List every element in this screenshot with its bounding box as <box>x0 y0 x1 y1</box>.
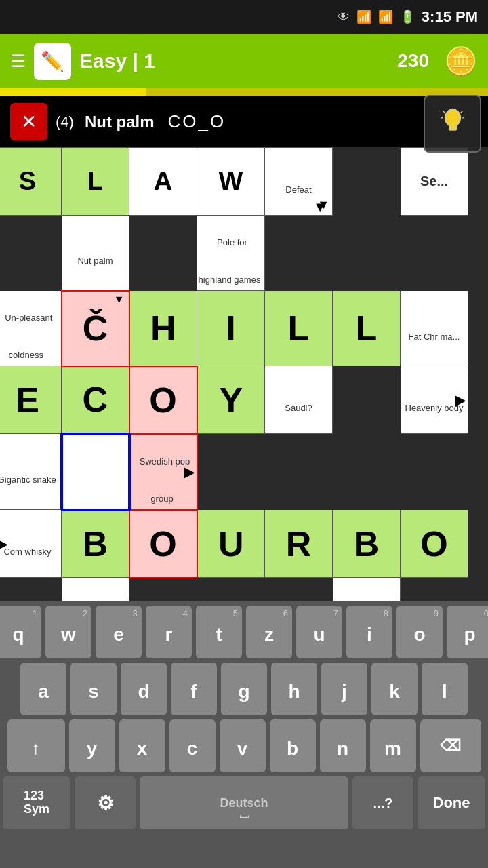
done-key[interactable]: Done <box>418 776 485 829</box>
key-x[interactable]: x <box>119 719 165 772</box>
key-l[interactable]: l <box>422 663 468 715</box>
arrow-right-icon2: ▶ <box>184 464 194 480</box>
key-p[interactable]: 0 p <box>447 606 488 658</box>
key-e[interactable]: 3 e <box>96 606 142 658</box>
grid-cell-O[interactable]: O <box>129 366 197 434</box>
key-d[interactable]: d <box>121 663 167 715</box>
backspace-key[interactable]: ⌫ <box>420 719 481 772</box>
key-q[interactable]: 1 q <box>0 606 41 658</box>
grid-cell-O3[interactable]: O <box>401 510 468 578</box>
grid-cell-I[interactable]: I <box>197 291 265 366</box>
hint-button[interactable] <box>424 95 481 153</box>
gigantic-snake-clue: Gigantic snake <box>0 472 59 488</box>
key-w[interactable]: 2 w <box>45 606 92 658</box>
svg-line-4 <box>443 111 445 113</box>
grid-cell-jam[interactable]: Jam... ▶ <box>333 578 401 602</box>
key-o[interactable]: 9 o <box>396 606 443 658</box>
grid-cell-B[interactable]: B <box>62 510 129 578</box>
key-t[interactable]: 5 t <box>196 606 242 658</box>
key-c[interactable]: c <box>169 719 216 772</box>
grid-cell-nutpalm[interactable]: Nut palm <box>62 216 129 291</box>
keyboard: 1 q 2 w 3 e 4 r 5 t 6 z 7 u 8 i <box>0 601 488 868</box>
grid-cell-pole[interactable]: Pole for highland games <box>197 216 265 291</box>
key-b[interactable]: b <box>270 719 316 772</box>
close-button[interactable]: ✕ <box>10 103 47 140</box>
battery-icon: 🔋 <box>400 9 415 24</box>
grid-cell[interactable]: Se... <box>401 148 468 216</box>
grid-cell-C2[interactable]: C <box>62 366 129 434</box>
grid-cell-fat[interactable]: Fat Chr ma... <box>401 291 468 366</box>
grid-cell-H[interactable]: H <box>129 291 197 366</box>
grid-cell-dark <box>401 578 468 602</box>
grid-cell-dark <box>333 148 401 216</box>
crossword-grid[interactable]: S L A W Defeat ▼ Se... Nut palm Pol <box>0 147 488 601</box>
wifi-icon: 📶 <box>357 9 371 24</box>
clue-text: Nut palm <box>85 113 155 132</box>
key-a[interactable]: a <box>20 663 66 715</box>
answer-display: CO_O <box>168 111 226 132</box>
grid-cell-L2[interactable]: L <box>333 291 401 366</box>
svg-point-0 <box>445 108 460 126</box>
com-whisky-clue: Com whisky <box>1 544 54 559</box>
menu-icon[interactable]: ☰ <box>10 51 26 72</box>
grid-cell-dark <box>129 578 197 602</box>
grid-cell[interactable]: W <box>197 148 265 216</box>
grid-cell-swedish[interactable]: Swedish pop group ▶ <box>129 434 197 510</box>
symbols-key[interactable]: 123Sym <box>3 776 70 829</box>
grid-cell-comwhisky[interactable]: ▶ Com whisky <box>0 510 62 578</box>
key-f[interactable]: f <box>171 663 217 715</box>
grid-cell-B2[interactable]: B <box>333 510 401 578</box>
grid-cell-dark <box>0 578 62 602</box>
key-h[interactable]: h <box>271 663 317 715</box>
arrow-right-left-icon: ▶ <box>0 536 7 552</box>
grid-cell-empty-blue[interactable] <box>62 434 129 510</box>
grid-cell-gigantic[interactable]: Gigantic snake <box>0 434 62 510</box>
grid-cell-saudi[interactable]: Saudi? <box>265 366 333 434</box>
shift-key[interactable]: ↑ <box>7 719 65 772</box>
key-v[interactable]: v <box>220 719 266 772</box>
grid-cell-E[interactable]: E <box>0 366 62 434</box>
arrow-right-icon: ▶ <box>455 392 465 408</box>
logo-icon: ✏️ <box>41 50 64 73</box>
key-s[interactable]: s <box>70 663 117 715</box>
grid-cell[interactable]: A <box>129 148 197 216</box>
grid-cell-dark <box>265 216 333 291</box>
key-n[interactable]: n <box>320 719 366 772</box>
grid-cell[interactable]: S <box>0 148 62 216</box>
key-r[interactable]: 4 r <box>146 606 192 658</box>
grid-cell-scottish[interactable]: Scottish "no" ▼ <box>62 578 129 602</box>
grid-cell-C[interactable]: ▼ Č <box>62 291 129 366</box>
clue-number: (4) <box>56 113 74 131</box>
grid-cell[interactable]: L <box>62 148 129 216</box>
grid-cell-Y[interactable]: Y <box>197 366 265 434</box>
nut-palm-clue: Nut palm <box>75 253 115 269</box>
key-j[interactable]: j <box>321 663 367 715</box>
grid-cell-L1[interactable]: L <box>265 291 333 366</box>
key-g[interactable]: g <box>221 663 267 715</box>
punctuation-key[interactable]: ...? <box>352 776 413 829</box>
space-key[interactable]: Deutsch ⎵ <box>140 776 348 829</box>
settings-key[interactable]: ⚙ <box>75 776 136 829</box>
key-m[interactable]: m <box>370 719 416 772</box>
grid-cell-O2[interactable]: O <box>129 510 197 578</box>
grid-cell-dark <box>333 366 401 434</box>
grid-cell-heavenly[interactable]: Heavenly body ▶ <box>401 366 468 434</box>
progress-bar <box>0 88 488 96</box>
status-time: 3:15 PM <box>422 8 478 26</box>
app-logo: ✏️ <box>34 43 71 80</box>
unpleasant-clue: Un-pleasant coldness <box>2 310 52 363</box>
grid-cell-unpleasant[interactable]: Un-pleasant coldness <box>0 291 62 366</box>
grid-cell-defeat[interactable]: Defeat ▼ <box>265 148 333 216</box>
signal-icon: 📶 <box>378 9 393 24</box>
grid-cell-dark <box>197 578 265 602</box>
key-y[interactable]: y <box>69 719 115 772</box>
key-u[interactable]: 7 u <box>296 606 342 658</box>
key-i[interactable]: 8 i <box>346 606 392 658</box>
key-z[interactable]: 6 z <box>246 606 292 658</box>
arrow-down-small: ▼ <box>114 294 125 306</box>
grid-cell-R[interactable]: R <box>265 510 333 578</box>
backspace-icon: ⌫ <box>440 737 461 755</box>
grid-cell-U[interactable]: U <box>197 510 265 578</box>
key-k[interactable]: k <box>371 663 418 715</box>
score-display: 230 <box>397 50 429 72</box>
